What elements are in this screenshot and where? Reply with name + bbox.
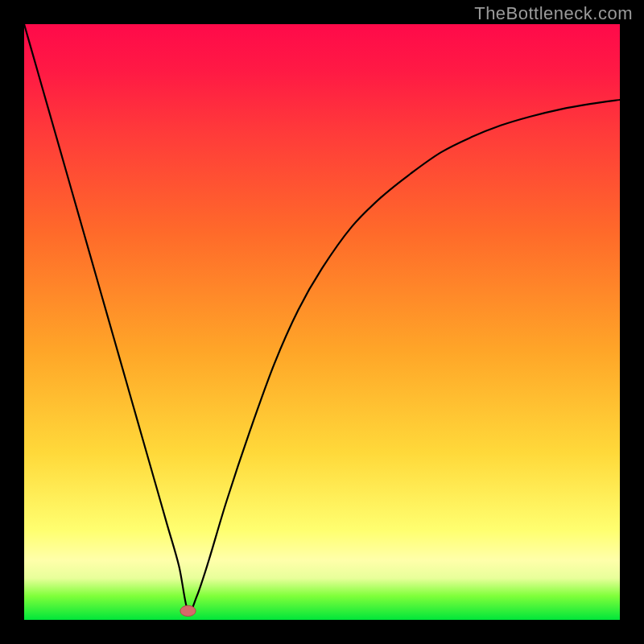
chart-frame: TheBottleneck.com: [0, 0, 644, 644]
curve-layer: [24, 24, 620, 620]
plot-area: [24, 24, 620, 620]
minimum-point-marker: [180, 605, 196, 616]
bottleneck-curve: [24, 24, 620, 612]
watermark-text: TheBottleneck.com: [474, 3, 633, 24]
